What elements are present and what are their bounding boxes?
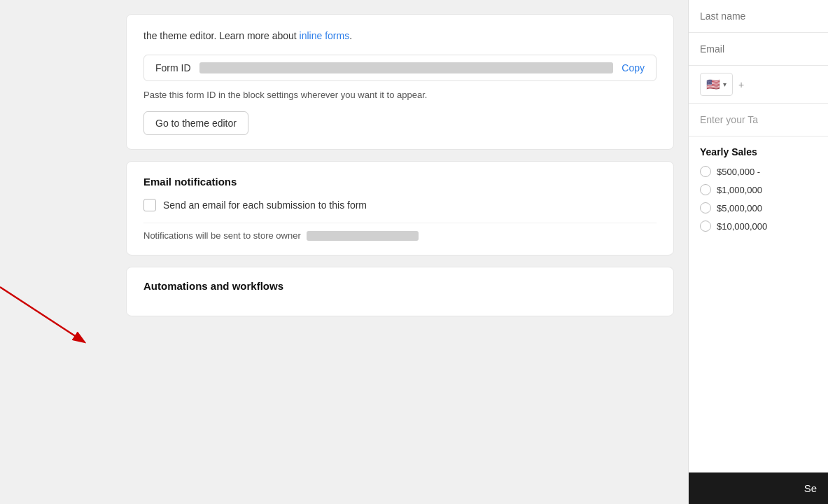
inline-forms-link[interactable]: inline forms (300, 30, 350, 41)
email-checkbox-row[interactable]: Send an email for each submission to thi… (143, 199, 657, 211)
submit-button[interactable]: Se (689, 472, 828, 504)
email-input[interactable] (700, 43, 817, 55)
intro-period: . (349, 30, 352, 41)
svg-line-1 (0, 287, 80, 340)
email-notifications-card: Email notifications Send an email for ea… (126, 161, 674, 255)
radio-label-1: $500,000 - (717, 167, 760, 177)
email-checkbox[interactable] (143, 199, 156, 211)
country-flag-select[interactable]: 🇺🇸 ▾ (700, 73, 733, 96)
yearly-sales-section: Yearly Sales $500,000 - $1,000,000 $5,00… (689, 136, 828, 248)
last-name-field[interactable] (689, 0, 828, 33)
red-arrow (0, 273, 112, 357)
theme-editor-button[interactable]: Go to theme editor (143, 111, 248, 135)
automations-title: Automations and workflows (143, 280, 657, 292)
main-panel: the theme editor. Learn more about inlin… (0, 0, 688, 504)
intro-text: the theme editor. Learn more about inlin… (143, 29, 657, 43)
right-panel: 🇺🇸 ▾ + Enter your Ta Yearly Sales $500,0… (688, 0, 828, 504)
phone-plus: + (738, 79, 744, 90)
radio-label-2: $1,000,000 (717, 185, 762, 195)
radio-option-3[interactable]: $5,000,000 (700, 202, 817, 214)
copy-button[interactable]: Copy (622, 62, 645, 74)
notifications-value-redacted (307, 231, 419, 241)
phone-row: 🇺🇸 ▾ + (689, 66, 828, 104)
form-id-value (199, 62, 614, 74)
chevron-down-icon: ▾ (723, 80, 727, 88)
radio-circle-1[interactable] (700, 166, 711, 177)
tag-placeholder: Enter your Ta (700, 114, 758, 125)
email-field[interactable] (689, 33, 828, 66)
tag-field[interactable]: Enter your Ta (689, 104, 828, 136)
radio-circle-4[interactable] (700, 220, 711, 232)
radio-option-1[interactable]: $500,000 - (700, 166, 817, 177)
form-id-row: Form ID Copy (143, 55, 657, 81)
radio-option-4[interactable]: $10,000,000 (700, 220, 817, 232)
radio-option-2[interactable]: $1,000,000 (700, 184, 817, 195)
paste-hint: Paste this form ID in the block settings… (143, 90, 657, 100)
automations-card: Automations and workflows (126, 267, 674, 316)
flag-emoji: 🇺🇸 (706, 78, 720, 91)
email-checkbox-label: Send an email for each submission to thi… (163, 200, 367, 211)
radio-label-3: $5,000,000 (717, 203, 762, 214)
radio-circle-2[interactable] (700, 184, 711, 195)
notifications-label: Notifications will be sent to store owne… (143, 230, 301, 241)
form-id-label: Form ID (155, 62, 191, 74)
notifications-row: Notifications will be sent to store owne… (143, 223, 657, 241)
radio-label-4: $10,000,000 (717, 221, 767, 232)
intro-text-before: the theme editor. Learn more about (143, 30, 300, 41)
radio-circle-3[interactable] (700, 202, 711, 214)
last-name-input[interactable] (700, 10, 817, 22)
email-notifications-title: Email notifications (143, 176, 657, 188)
inline-form-card: the theme editor. Learn more about inlin… (126, 14, 674, 150)
yearly-sales-title: Yearly Sales (700, 146, 817, 158)
